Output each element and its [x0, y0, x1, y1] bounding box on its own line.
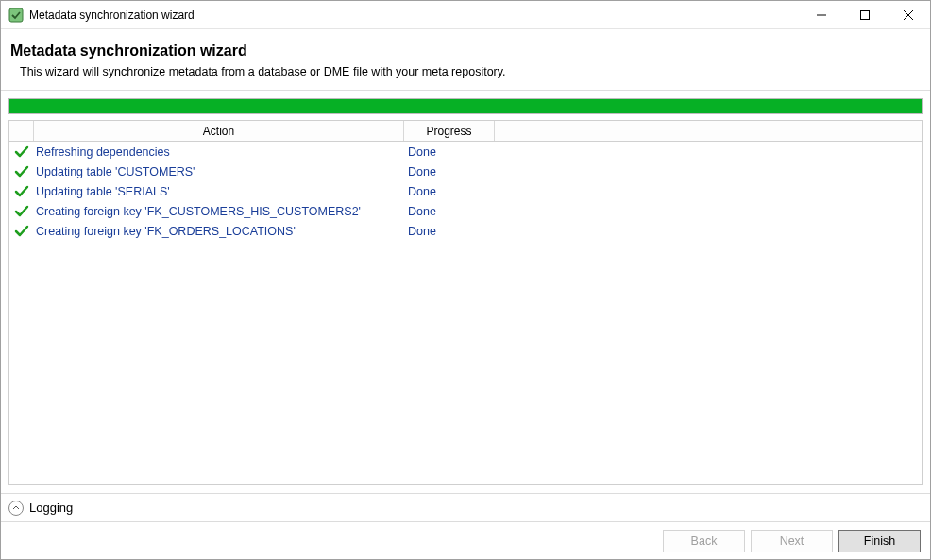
logging-label: Logging [29, 501, 73, 515]
close-button[interactable] [887, 1, 930, 28]
app-icon [8, 8, 24, 23]
table-body: Refreshing dependenciesDoneUpdating tabl… [9, 142, 922, 484]
progress-cell: Done [404, 145, 495, 159]
action-cell: Updating table 'CUSTOMERS' [34, 165, 404, 178]
check-icon [9, 184, 34, 199]
action-cell: Creating foreign key 'FK_CUSTOMERS_HIS_C… [34, 205, 404, 218]
logging-toggle[interactable]: Logging [1, 493, 930, 521]
action-cell: Creating foreign key 'FK_ORDERS_LOCATION… [34, 225, 404, 238]
column-header-spacer [495, 121, 922, 141]
next-button[interactable]: Next [751, 530, 833, 552]
check-icon [9, 224, 34, 239]
expand-icon [8, 501, 24, 516]
progress-cell: Done [404, 165, 495, 178]
action-cell: Refreshing dependencies [34, 145, 404, 159]
maximize-button[interactable] [843, 1, 887, 28]
window-controls [800, 1, 930, 28]
window-title: Metadata synchronization wizard [29, 8, 800, 22]
action-cell: Updating table 'SERIALS' [34, 185, 404, 198]
progress-cell: Done [404, 205, 495, 218]
page-subtitle: This wizard will synchronize metadata fr… [10, 65, 921, 78]
table-row[interactable]: Refreshing dependenciesDone [9, 142, 922, 161]
table-header: Action Progress [9, 121, 922, 142]
svg-rect-2 [861, 10, 870, 19]
content-area: Action Progress Refreshing dependenciesD… [1, 91, 930, 493]
progress-cell: Done [404, 185, 495, 198]
wizard-footer: Back Next Finish [1, 521, 930, 559]
check-icon [9, 164, 34, 179]
back-button[interactable]: Back [663, 530, 745, 552]
action-table: Action Progress Refreshing dependenciesD… [8, 120, 923, 485]
table-row[interactable]: Creating foreign key 'FK_ORDERS_LOCATION… [9, 221, 922, 241]
progress-bar-fill [9, 99, 922, 113]
finish-button[interactable]: Finish [838, 530, 921, 552]
table-row[interactable]: Updating table 'CUSTOMERS'Done [9, 161, 922, 181]
progress-cell: Done [404, 225, 495, 238]
svg-rect-0 [9, 8, 23, 22]
table-row[interactable]: Updating table 'SERIALS'Done [9, 181, 922, 201]
column-header-action[interactable]: Action [34, 121, 404, 141]
table-row[interactable]: Creating foreign key 'FK_CUSTOMERS_HIS_C… [9, 201, 922, 221]
column-header-progress[interactable]: Progress [404, 121, 495, 141]
check-icon [9, 204, 34, 219]
minimize-button[interactable] [800, 1, 843, 28]
progress-bar [8, 98, 923, 114]
check-icon [9, 144, 34, 160]
title-bar: Metadata synchronization wizard [1, 1, 930, 29]
page-title: Metadata synchronization wizard [10, 42, 921, 59]
column-header-icon[interactable] [9, 121, 34, 141]
wizard-header: Metadata synchronization wizard This wiz… [1, 29, 930, 91]
